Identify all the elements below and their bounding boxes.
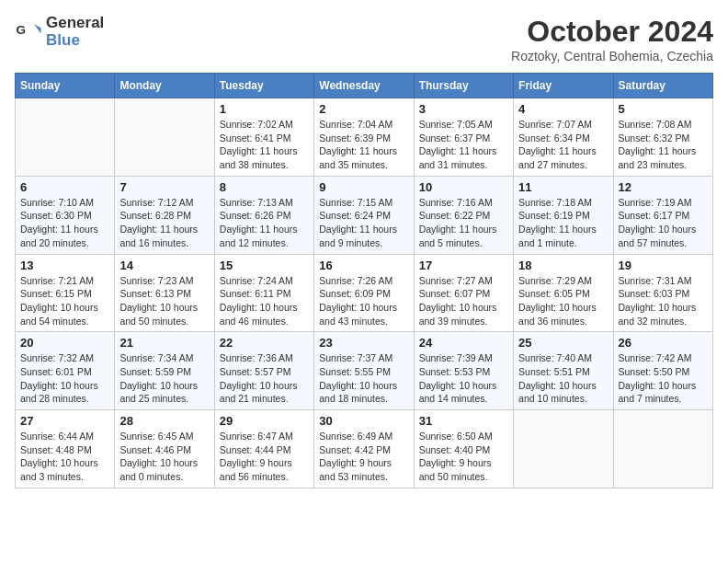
sunset: Sunset: 4:42 PM (319, 444, 391, 455)
sunset: Sunset: 4:46 PM (119, 444, 191, 455)
weekday-header-wednesday: Wednesday (314, 74, 414, 98)
month-title: October 2024 (511, 15, 713, 49)
sunrise: Sunrise: 7:27 AM (419, 275, 493, 286)
day-number: 21 (119, 336, 209, 350)
sunrise: Sunrise: 7:16 AM (419, 197, 493, 208)
calendar-cell (514, 410, 613, 488)
calendar-cell: 20Sunrise: 7:32 AMSunset: 6:01 PMDayligh… (16, 332, 115, 410)
day-content: Sunrise: 7:18 AMSunset: 6:19 PMDaylight:… (518, 196, 608, 250)
calendar-cell: 3Sunrise: 7:05 AMSunset: 6:37 PMDaylight… (414, 98, 513, 177)
day-number: 30 (319, 414, 408, 428)
sunrise: Sunrise: 7:13 AM (220, 197, 293, 208)
day-number: 26 (619, 336, 708, 350)
calendar-cell: 27Sunrise: 6:44 AMSunset: 4:48 PMDayligh… (16, 410, 115, 488)
daylight: Daylight: 10 hours and 18 minutes. (319, 380, 397, 405)
day-number: 25 (518, 336, 608, 350)
sunset: Sunset: 6:19 PM (518, 210, 590, 221)
sunset: Sunset: 5:53 PM (419, 366, 491, 377)
daylight: Daylight: 10 hours and 36 minutes. (518, 302, 597, 327)
sunrise: Sunrise: 6:49 AM (319, 431, 392, 442)
calendar-cell: 9Sunrise: 7:15 AMSunset: 6:24 PMDaylight… (314, 176, 414, 254)
sunset: Sunset: 6:32 PM (619, 132, 690, 144)
day-content: Sunrise: 7:19 AMSunset: 6:17 PMDaylight:… (619, 196, 708, 250)
logo-line2: Blue (46, 32, 104, 50)
daylight: Daylight: 11 hours and 31 minutes. (419, 145, 497, 170)
logo-icon: G (15, 18, 42, 46)
logo-line1: General (46, 15, 104, 32)
sunrise: Sunrise: 7:29 AM (518, 275, 592, 286)
daylight: Daylight: 10 hours and 21 minutes. (220, 380, 298, 405)
sunrise: Sunrise: 7:21 AM (20, 275, 94, 286)
sunrise: Sunrise: 7:39 AM (419, 352, 493, 363)
daylight: Daylight: 10 hours and 3 minutes. (20, 457, 98, 482)
calendar-cell: 28Sunrise: 6:45 AMSunset: 4:46 PMDayligh… (115, 410, 214, 488)
calendar-cell: 29Sunrise: 6:47 AMSunset: 4:44 PMDayligh… (214, 410, 313, 488)
calendar-cell (16, 98, 115, 177)
calendar-cell: 6Sunrise: 7:10 AMSunset: 6:30 PMDaylight… (16, 176, 115, 254)
daylight: Daylight: 9 hours and 50 minutes. (419, 457, 492, 482)
daylight: Daylight: 10 hours and 28 minutes. (20, 380, 98, 405)
sunset: Sunset: 6:07 PM (419, 288, 491, 299)
day-content: Sunrise: 7:26 AMSunset: 6:09 PMDaylight:… (319, 274, 408, 328)
day-number: 9 (319, 180, 408, 194)
daylight: Daylight: 10 hours and 39 minutes. (419, 302, 497, 327)
day-content: Sunrise: 7:27 AMSunset: 6:07 PMDaylight:… (419, 274, 508, 328)
day-number: 23 (319, 336, 408, 350)
day-content: Sunrise: 7:37 AMSunset: 5:55 PMDaylight:… (319, 351, 408, 406)
day-content: Sunrise: 7:42 AMSunset: 5:50 PMDaylight:… (619, 351, 708, 406)
day-number: 6 (20, 180, 109, 194)
day-content: Sunrise: 7:08 AMSunset: 6:32 PMDaylight:… (619, 118, 708, 172)
calendar-cell: 12Sunrise: 7:19 AMSunset: 6:17 PMDayligh… (613, 176, 712, 254)
calendar-week-row: 20Sunrise: 7:32 AMSunset: 6:01 PMDayligh… (16, 332, 713, 410)
day-content: Sunrise: 7:32 AMSunset: 6:01 PMDaylight:… (20, 351, 109, 406)
day-number: 10 (419, 180, 508, 194)
svg-text:G: G (17, 22, 27, 36)
location: Roztoky, Central Bohemia, Czechia (511, 49, 713, 63)
day-number: 27 (20, 414, 109, 428)
calendar-cell (613, 410, 712, 488)
day-content: Sunrise: 7:40 AMSunset: 5:51 PMDaylight:… (518, 351, 608, 406)
daylight: Daylight: 10 hours and 54 minutes. (20, 302, 98, 327)
day-number: 20 (20, 336, 109, 350)
day-number: 19 (619, 259, 708, 272)
day-number: 16 (319, 259, 408, 272)
daylight: Daylight: 10 hours and 32 minutes. (619, 302, 697, 327)
calendar-week-row: 13Sunrise: 7:21 AMSunset: 6:15 PMDayligh… (16, 254, 713, 332)
daylight: Daylight: 11 hours and 20 minutes. (20, 224, 98, 248)
svg-marker-1 (34, 24, 41, 34)
sunset: Sunset: 6:11 PM (220, 288, 291, 299)
sunset: Sunset: 6:28 PM (119, 210, 191, 221)
sunrise: Sunrise: 7:19 AM (619, 197, 692, 208)
day-content: Sunrise: 7:04 AMSunset: 6:39 PMDaylight:… (319, 118, 408, 172)
sunrise: Sunrise: 7:23 AM (119, 275, 193, 286)
sunrise: Sunrise: 7:10 AM (20, 197, 94, 208)
sunrise: Sunrise: 7:04 AM (319, 119, 392, 130)
day-content: Sunrise: 7:16 AMSunset: 6:22 PMDaylight:… (419, 196, 508, 250)
calendar-cell: 31Sunrise: 6:50 AMSunset: 4:40 PMDayligh… (414, 410, 513, 488)
sunset: Sunset: 6:01 PM (20, 366, 92, 377)
sunset: Sunset: 6:05 PM (518, 288, 590, 299)
calendar-cell: 11Sunrise: 7:18 AMSunset: 6:19 PMDayligh… (514, 176, 613, 254)
daylight: Daylight: 10 hours and 0 minutes. (119, 457, 198, 482)
day-number: 12 (619, 180, 708, 194)
day-content: Sunrise: 6:44 AMSunset: 4:48 PMDaylight:… (20, 430, 109, 484)
calendar-cell: 1Sunrise: 7:02 AMSunset: 6:41 PMDaylight… (214, 98, 313, 177)
weekday-header-monday: Monday (115, 74, 214, 98)
day-number: 7 (119, 180, 209, 194)
calendar-week-row: 6Sunrise: 7:10 AMSunset: 6:30 PMDaylight… (16, 176, 713, 254)
calendar-cell: 4Sunrise: 7:07 AMSunset: 6:34 PMDaylight… (514, 98, 613, 177)
calendar-cell: 18Sunrise: 7:29 AMSunset: 6:05 PMDayligh… (514, 254, 613, 332)
weekday-header-sunday: Sunday (16, 74, 115, 98)
sunrise: Sunrise: 7:26 AM (319, 275, 392, 286)
sunset: Sunset: 5:50 PM (619, 366, 690, 377)
sunrise: Sunrise: 7:40 AM (518, 352, 592, 363)
sunrise: Sunrise: 7:05 AM (419, 119, 493, 130)
day-number: 2 (319, 102, 408, 116)
daylight: Daylight: 10 hours and 14 minutes. (419, 380, 497, 405)
day-number: 24 (419, 336, 508, 350)
sunset: Sunset: 5:59 PM (119, 366, 191, 377)
day-number: 18 (518, 259, 608, 272)
sunrise: Sunrise: 7:08 AM (619, 119, 692, 130)
calendar-cell: 19Sunrise: 7:31 AMSunset: 6:03 PMDayligh… (613, 254, 712, 332)
calendar-cell: 2Sunrise: 7:04 AMSunset: 6:39 PMDaylight… (314, 98, 414, 177)
